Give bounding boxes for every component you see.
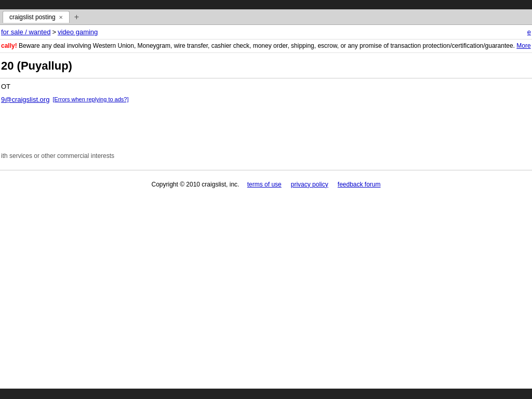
new-tab-button[interactable]: + — [72, 11, 82, 23]
footer-privacy-link[interactable]: privacy policy — [291, 181, 328, 188]
footer-feedback-link[interactable]: feedback forum — [338, 181, 381, 188]
breadcrumb-right-link[interactable]: e — [527, 28, 532, 36]
breadcrumb-for-sale-link[interactable]: for sale / wanted — [1, 28, 50, 36]
post-meta: OT — [0, 79, 532, 94]
browser-tab[interactable]: craigslist posting ✕ — [3, 11, 70, 23]
post-divider-top — [0, 78, 532, 78]
footer-terms-link[interactable]: terms of use — [247, 181, 282, 188]
footer-links: terms of use privacy policy feedback for… — [247, 181, 381, 188]
tab-label: craigslist posting — [9, 14, 56, 21]
breadcrumb-separator: > — [52, 28, 56, 36]
page-footer: Copyright © 2010 craigslist, inc. terms … — [0, 176, 532, 198]
post-email-row: 9@craigslist.org [Errors when replying t… — [0, 94, 532, 105]
post-divider-bottom — [0, 170, 532, 170]
breadcrumb-video-gaming-link[interactable]: video gaming — [58, 28, 98, 36]
page-content: for sale / wanted > video gaming e cally… — [0, 25, 532, 337]
warning-more-link[interactable]: More — [516, 42, 530, 49]
footer-copyright: Copyright © 2010 craigslist, inc. — [151, 181, 239, 188]
footer-notice: ith services or other commercial interes… — [0, 147, 532, 165]
post-date: OT — [1, 83, 531, 90]
tab-close-icon[interactable]: ✕ — [59, 15, 63, 20]
warning-bar: cally! Beware any deal involving Western… — [0, 39, 532, 53]
post-body — [0, 105, 532, 147]
errors-when-replying-link[interactable]: [Errors when replying to ads?] — [52, 96, 128, 102]
post-email-link[interactable]: 9@craigslist.org — [1, 96, 49, 103]
breadcrumb-left: for sale / wanted > video gaming — [1, 28, 98, 36]
warning-message: Beware any deal involving Western Union,… — [19, 42, 515, 49]
browser-top-bar — [0, 0, 532, 9]
warning-bold-text: cally! — [1, 42, 17, 49]
browser-tab-bar: craigslist posting ✕ + — [0, 9, 532, 25]
breadcrumb-bar: for sale / wanted > video gaming e — [0, 25, 532, 39]
post-title: 20 (Puyallup) — [0, 53, 532, 77]
